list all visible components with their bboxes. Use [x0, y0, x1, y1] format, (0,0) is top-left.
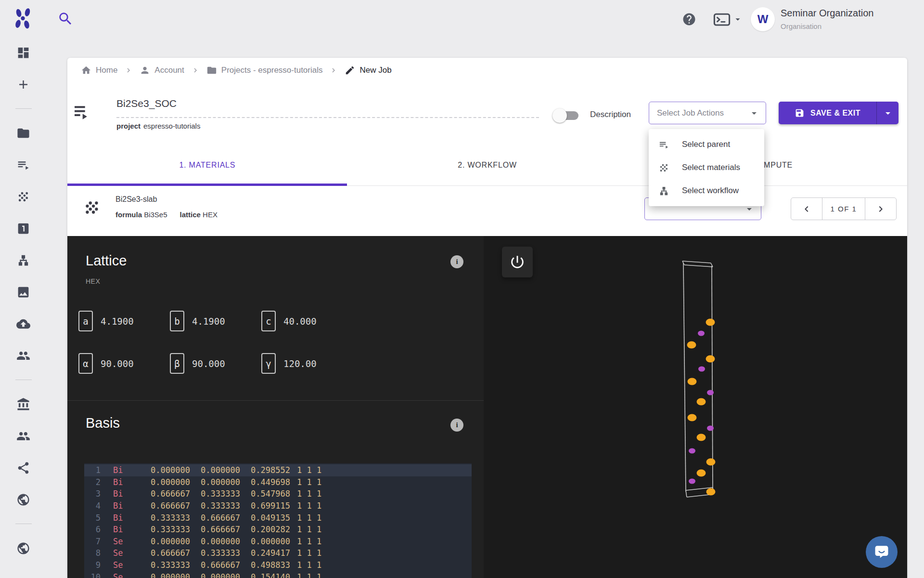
coord-y: 0.333333	[190, 489, 240, 499]
save-exit-button[interactable]: SAVE & EXIT	[779, 102, 876, 124]
app-logo-icon[interactable]	[11, 6, 36, 31]
next-page-button[interactable]	[865, 198, 896, 220]
basis-row[interactable]: 7Se0.0000000.0000000.0000001 1 1	[84, 536, 472, 548]
sidebar-item-grain[interactable]	[12, 185, 35, 208]
constraint-flags: 1 1 1	[297, 560, 321, 570]
sidebar-item-looksone[interactable]	[12, 217, 35, 240]
sidebar-item-globe[interactable]	[12, 488, 35, 511]
atom-purple	[707, 390, 714, 395]
basis-info-button[interactable]: i	[450, 419, 463, 432]
basis-row[interactable]: 5Bi0.3333330.6666670.0491351 1 1	[84, 512, 472, 524]
sidebar	[0, 41, 47, 578]
job-title[interactable]: Bi2Se3_SOC	[116, 98, 177, 109]
sidebar-item-photo[interactable]	[12, 280, 35, 303]
breadcrumb-item-account[interactable]: Account	[140, 65, 184, 76]
org-type: Organisation	[781, 22, 821, 30]
basis-row[interactable]: 2Bi0.0000000.0000000.4496981 1 1	[84, 476, 472, 488]
lattice-param-a: a4.1900	[78, 311, 170, 331]
tree-icon	[16, 253, 30, 267]
constraint-flags: 1 1 1	[297, 572, 321, 578]
sidebar-item-playlist[interactable]	[12, 153, 35, 176]
chevR-icon	[329, 66, 338, 75]
looksone-icon	[16, 222, 30, 236]
help-button[interactable]	[682, 12, 696, 26]
coord-x: 0.666667	[140, 501, 190, 511]
material-name[interactable]: Bi2Se3-slab	[116, 195, 157, 204]
chevron-right-icon	[875, 203, 886, 215]
sidebar-divider	[15, 108, 32, 109]
sidebar-item-share[interactable]	[12, 456, 35, 479]
avatar[interactable]: W	[751, 7, 775, 31]
basis-row[interactable]: 10Se0.0000000.0000000.1541401 1 1	[84, 571, 472, 578]
menu-item-label: Select workflow	[682, 186, 739, 196]
section-divider	[67, 400, 484, 401]
coord-z: 0.699115	[240, 501, 290, 511]
coord-x: 0.000000	[140, 537, 190, 546]
search-button[interactable]	[57, 11, 74, 28]
coord-x: 0.000000	[140, 465, 190, 475]
lattice-param-α: α90.000	[78, 353, 170, 374]
basis-row[interactable]: 8Se0.6666670.3333330.2494171 1 1	[84, 547, 472, 559]
menu-item-select-parent[interactable]: Select parent	[649, 133, 764, 156]
menu-item-select-materials[interactable]: Select materials	[649, 156, 764, 179]
lattice-info-button[interactable]: i	[450, 255, 463, 268]
sidebar-item-dashboard[interactable]	[12, 41, 35, 64]
job-actions-select[interactable]: Select Job Actions	[649, 102, 766, 124]
param-value[interactable]: 40.000	[283, 316, 317, 327]
chat-widget-button[interactable]	[866, 536, 898, 568]
save-more-button[interactable]	[877, 102, 898, 124]
breadcrumb-item-new-job[interactable]: New Job	[345, 65, 391, 76]
description-toggle[interactable]	[552, 107, 582, 124]
coord-z: 0.000000	[240, 537, 290, 546]
console-menu-button[interactable]	[713, 12, 743, 27]
element: Se	[113, 537, 140, 546]
search-icon	[57, 11, 74, 27]
param-value[interactable]: 4.1900	[101, 316, 134, 327]
sidebar-item-group[interactable]	[12, 344, 35, 367]
basis-row[interactable]: 9Se0.3333330.6666670.4988331 1 1	[84, 559, 472, 571]
atom-orange	[697, 434, 706, 441]
sidebar-item-group2[interactable]	[12, 424, 35, 447]
basis-row[interactable]: 6Bi0.3333330.6666670.2002821 1 1	[84, 524, 472, 536]
chat-bubble-icon	[873, 543, 891, 561]
basis-row[interactable]: 1Bi0.0000000.0000000.2985521 1 1	[84, 464, 472, 476]
breadcrumb-item-home[interactable]: Home	[81, 65, 117, 76]
viewer-power-button[interactable]	[502, 247, 533, 277]
sidebar-item-bank[interactable]	[12, 393, 35, 416]
basis-row[interactable]: 3Bi0.6666670.3333330.5479681 1 1	[84, 488, 472, 500]
active-tab-indicator	[67, 184, 347, 186]
crystal-viewer[interactable]	[484, 236, 907, 578]
tab-materials[interactable]: 1. MATERIALS	[67, 144, 347, 185]
job-actions-menu: Select parentSelect materialsSelect work…	[649, 129, 764, 206]
element: Bi	[113, 513, 140, 523]
breadcrumb-item-projects-espresso-tutorials[interactable]: Projects - espresso-tutorials	[206, 65, 323, 76]
coord-y: 0.666667	[190, 525, 240, 534]
coord-z: 0.049135	[240, 513, 290, 523]
atoms-group	[687, 319, 716, 496]
atom-purple	[707, 426, 714, 431]
sidebar-item-folder[interactable]	[12, 121, 35, 144]
basis-editor[interactable]: 1Bi0.0000000.0000000.2985521 1 12Bi0.000…	[84, 463, 472, 578]
atom-orange	[706, 459, 716, 466]
cloudup-icon	[16, 317, 30, 331]
chevR-icon	[191, 66, 200, 75]
sidebar-item-cloudup[interactable]	[12, 312, 35, 335]
tab-workflow[interactable]: 2. WORKFLOW	[347, 144, 628, 185]
param-value[interactable]: 90.000	[192, 358, 225, 369]
constraint-flags: 1 1 1	[297, 501, 321, 511]
coord-z: 0.200282	[240, 525, 290, 534]
line-number: 2	[84, 477, 101, 487]
toggle-knob	[552, 108, 567, 123]
sidebar-item-tree[interactable]	[12, 249, 35, 272]
param-value[interactable]: 120.00	[283, 358, 317, 369]
sidebar-item-globe2[interactable]	[12, 537, 35, 560]
breadcrumb-separator-icon	[191, 66, 200, 75]
breadcrumb-label: Account	[154, 66, 184, 75]
sidebar-item-add[interactable]	[12, 73, 35, 96]
atom-purple	[689, 479, 695, 484]
param-value[interactable]: 90.000	[101, 358, 134, 369]
menu-item-select-workflow[interactable]: Select workflow	[649, 179, 764, 202]
param-value[interactable]: 4.1900	[192, 316, 225, 327]
basis-row[interactable]: 4Bi0.6666670.3333330.6991151 1 1	[84, 500, 472, 512]
prev-page-button[interactable]	[791, 198, 822, 220]
